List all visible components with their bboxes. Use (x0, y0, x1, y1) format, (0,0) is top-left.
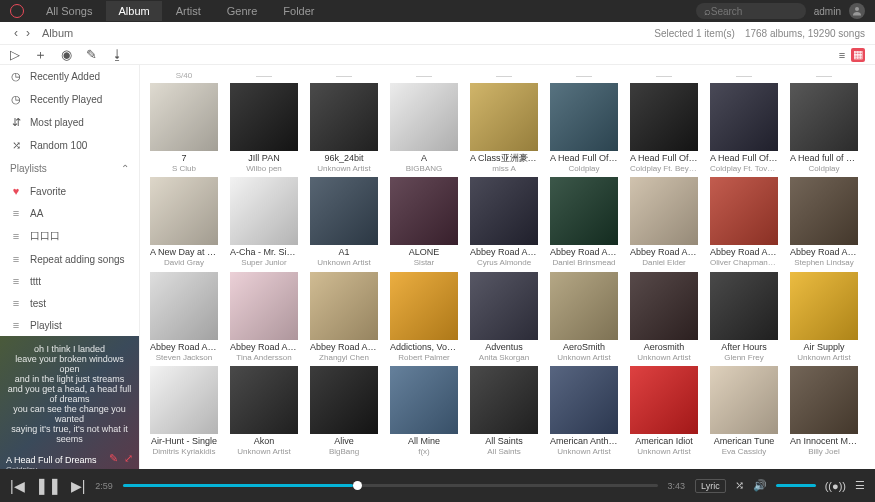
playlist-item[interactable]: ≡Repeat adding songs (0, 248, 139, 270)
volume-icon[interactable]: 🔊 (753, 479, 767, 492)
album-item[interactable]: A1Unknown Artist (310, 177, 378, 267)
list-view-button[interactable]: ≡ (835, 48, 849, 62)
album-item[interactable]: Abbey Road Anthe…Tina Andersson (230, 272, 298, 362)
album-cover[interactable] (150, 177, 218, 245)
album-cover[interactable] (790, 177, 858, 245)
album-cover[interactable] (310, 366, 378, 434)
user-avatar[interactable] (849, 3, 865, 19)
playlist-item[interactable]: ≡tttt (0, 270, 139, 292)
album-item[interactable]: A Head Full Of Dre…Coldplay (550, 83, 618, 173)
playlist-item[interactable]: ≡AA (0, 202, 139, 224)
album-item[interactable]: 96k_24bitUnknown Artist (310, 83, 378, 173)
album-item[interactable]: JIll PANWilbo pen (230, 83, 298, 173)
nav-forward-button[interactable]: › (22, 26, 34, 40)
tab-folder[interactable]: Folder (271, 1, 326, 21)
album-item[interactable]: Abbey Road Anthe…Zhangyi Chen (310, 272, 378, 362)
search-box[interactable]: ⌕ (696, 3, 806, 19)
album-item[interactable]: 7S Club (150, 83, 218, 173)
tab-genre[interactable]: Genre (215, 1, 270, 21)
playlist-item[interactable]: ≡test (0, 292, 139, 314)
expand-lyrics-button[interactable]: ⤢ (124, 452, 133, 465)
album-cover[interactable] (710, 272, 778, 340)
album-item[interactable]: Abbey Road Anthe…Steven Jackson (150, 272, 218, 362)
album-cover[interactable] (390, 366, 458, 434)
album-item[interactable]: AerosmithUnknown Artist (630, 272, 698, 362)
album-item[interactable]: Abbey Road Anthe…Daniel Elder (630, 177, 698, 267)
album-cover[interactable] (150, 272, 218, 340)
album-cover[interactable] (230, 366, 298, 434)
album-item[interactable]: American TuneEva Cassidy (710, 366, 778, 456)
next-track-button[interactable]: ▶| (71, 478, 86, 494)
album-item[interactable]: AliveBigBang (310, 366, 378, 456)
album-item[interactable]: All Minef(x) (390, 366, 458, 456)
playlist-item[interactable]: ≡Playlist (0, 314, 139, 336)
album-item[interactable]: All SaintsAll Saints (470, 366, 538, 456)
album-item[interactable]: ABIGBANG (390, 83, 458, 173)
album-cover[interactable] (630, 177, 698, 245)
album-item[interactable]: Abbey Road Anthe…Cyrus Almonde (470, 177, 538, 267)
album-cover[interactable] (390, 83, 458, 151)
album-item[interactable]: A Head Full Of Dre…Coldplay Ft. Beyoncé (630, 83, 698, 173)
shuffle-button[interactable]: ⤮ (735, 479, 744, 492)
album-item[interactable]: Air-Hunt - SingleDimitris Kyriakidis (150, 366, 218, 456)
tab-artist[interactable]: Artist (164, 1, 213, 21)
album-item[interactable]: A Class亚洲豪华…miss A (470, 83, 538, 173)
album-cover[interactable] (790, 83, 858, 151)
lyric-toggle-button[interactable]: Lyric (695, 479, 726, 493)
play-pause-button[interactable]: ❚❚ (35, 476, 61, 495)
album-item[interactable]: American Anthems…Unknown Artist (550, 366, 618, 456)
album-cover[interactable] (550, 83, 618, 151)
volume-slider[interactable] (776, 484, 816, 487)
album-cover[interactable] (230, 272, 298, 340)
album-cover[interactable] (310, 272, 378, 340)
progress-handle[interactable] (353, 481, 362, 490)
edit-button[interactable]: ✎ (86, 47, 97, 62)
search-input[interactable] (711, 6, 791, 17)
tab-all-songs[interactable]: All Songs (34, 1, 104, 21)
edit-lyrics-button[interactable]: ✎ (109, 452, 118, 465)
sidebar-item-random-100[interactable]: ⤮Random 100 (0, 134, 139, 157)
prev-track-button[interactable]: |◀ (10, 478, 25, 494)
album-cover[interactable] (790, 366, 858, 434)
album-item[interactable]: Abbey Road Anthe…Oliver Chapman & Wil… (710, 177, 778, 267)
album-cover[interactable] (470, 366, 538, 434)
album-cover[interactable] (150, 366, 218, 434)
album-cover[interactable] (630, 272, 698, 340)
album-cover[interactable] (630, 366, 698, 434)
album-cover[interactable] (470, 177, 538, 245)
album-item[interactable]: A Head Full Of Dre…Coldplay Ft. Tove Lo (710, 83, 778, 173)
album-item[interactable]: AeroSmithUnknown Artist (550, 272, 618, 362)
download-button[interactable]: ⭳ (111, 47, 124, 62)
play-all-button[interactable]: ▷ (10, 47, 20, 62)
album-cover[interactable] (390, 177, 458, 245)
grid-view-button[interactable]: ▦ (851, 48, 865, 62)
album-item[interactable]: An Innocent ManBilly Joel (790, 366, 858, 456)
user-label[interactable]: admin (814, 6, 841, 17)
album-cover[interactable] (310, 83, 378, 151)
queue-button[interactable]: ☰ (855, 479, 865, 492)
album-cover[interactable] (790, 272, 858, 340)
album-cover[interactable] (150, 83, 218, 151)
playlist-item[interactable]: ♥Favorite (0, 180, 139, 202)
album-cover[interactable] (550, 177, 618, 245)
tab-album[interactable]: Album (106, 1, 161, 21)
album-item[interactable]: Abbey Road Anthe…Daniel Brinsmead (550, 177, 618, 267)
album-item[interactable]: ALONESistar (390, 177, 458, 267)
sidebar-item-recently-added[interactable]: ◷Recently Added (0, 65, 139, 88)
playlists-header[interactable]: Playlists ⌃ (0, 157, 139, 180)
album-cover[interactable] (470, 272, 538, 340)
album-item[interactable]: AdventusAnita Skorgan (470, 272, 538, 362)
album-cover[interactable] (550, 272, 618, 340)
album-item[interactable]: A-Cha - Mr. Simple…Super Junior (230, 177, 298, 267)
album-cover[interactable] (470, 83, 538, 151)
album-cover[interactable] (230, 177, 298, 245)
sidebar-item-recently-played[interactable]: ◷Recently Played (0, 88, 139, 111)
album-cover[interactable] (310, 177, 378, 245)
album-item[interactable]: A Head full of Drea…Coldplay (790, 83, 858, 173)
album-cover[interactable] (710, 83, 778, 151)
sidebar-item-most-played[interactable]: ⇵Most played (0, 111, 139, 134)
album-cover[interactable] (710, 366, 778, 434)
nav-back-button[interactable]: ‹ (10, 26, 22, 40)
album-item[interactable]: A New Day at Midn…David Gray (150, 177, 218, 267)
album-cover[interactable] (550, 366, 618, 434)
